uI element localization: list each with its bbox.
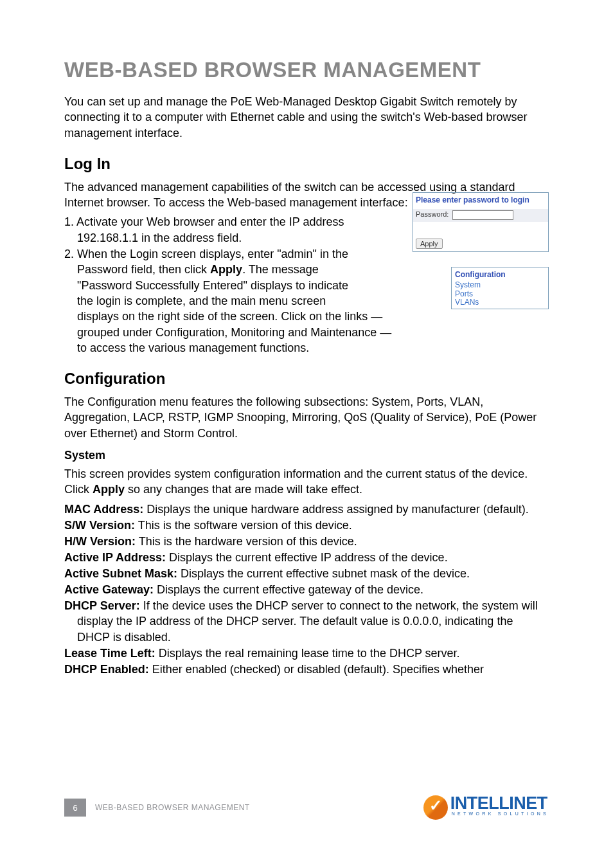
config-link-ports[interactable]: Ports <box>455 290 545 299</box>
step2-f: displays on the right side of the screen… <box>77 310 382 323</box>
config-menu-heading: Configuration <box>455 270 545 279</box>
apply-button[interactable]: Apply <box>416 239 443 249</box>
def-mac-address: MAC Address: Displays the unique hardwar… <box>64 502 549 517</box>
config-menu-screenshot: Configuration System Ports VLANs <box>451 267 549 309</box>
login-panel-title: Please enter password to login <box>413 193 548 209</box>
def-lease-time: Lease Time Left: Displays the real remai… <box>64 646 549 661</box>
def-dhcp-server: DHCP Server: If the device uses the DHCP… <box>64 598 549 644</box>
step2-g: grouped under Configuration, Monitoring … <box>77 326 391 339</box>
def-hw-version: H/W Version: This is the hardware versio… <box>64 534 549 549</box>
step2-c: . The message <box>242 263 319 276</box>
def-active-gateway: Active Gateway: Displays the current eff… <box>64 582 549 597</box>
password-field[interactable] <box>452 210 513 220</box>
config-link-system[interactable]: System <box>455 281 545 290</box>
login-heading: Log In <box>64 155 549 173</box>
logo-subtitle: NETWORK SOLUTIONS <box>450 811 549 816</box>
system-paragraph: This screen provides system configuratio… <box>64 466 549 498</box>
password-label: Password: <box>416 210 449 218</box>
login-screenshot: Please enter password to login Password:… <box>413 192 549 252</box>
footer: 6 WEB-BASED BROWSER MANAGEMENT INTELLINE… <box>64 795 549 820</box>
step2-b: Password field, then click <box>77 263 210 276</box>
def-sw-version: S/W Version: This is the software versio… <box>64 518 549 533</box>
def-active-subnet: Active Subnet Mask: Displays the current… <box>64 566 549 581</box>
def-active-ip: Active IP Address: Displays the current … <box>64 550 549 565</box>
system-subheading: System <box>64 449 549 462</box>
step1-a: 1. Activate your Web browser and enter t… <box>64 215 344 228</box>
footer-label: WEB-BASED BROWSER MANAGEMENT <box>95 803 250 812</box>
page-number: 6 <box>64 799 86 817</box>
step2-d: "Password Successfully Entered" displays… <box>77 279 348 292</box>
step2-a: 2. When the Login screen displays, enter… <box>64 248 348 260</box>
page-title: WEB-BASED BROWSER MANAGEMENT <box>64 58 549 82</box>
apply-word: Apply <box>210 263 242 276</box>
step2-e: the login is complete, and the main menu… <box>77 294 326 307</box>
config-link-vlans[interactable]: VLANs <box>455 298 545 307</box>
logo-checkmark-icon <box>423 795 448 820</box>
logo-text: INTELLINET <box>450 795 549 811</box>
intellinet-logo: INTELLINET NETWORK SOLUTIONS <box>423 795 549 820</box>
config-heading: Configuration <box>64 370 549 388</box>
step2-h: to access the various management functio… <box>77 341 309 354</box>
step1-b: 192.168.1.1 in the address field. <box>77 231 242 244</box>
config-paragraph: The Configuration menu features the foll… <box>64 394 549 441</box>
intro-paragraph: You can set up and manage the PoE Web-Ma… <box>64 94 549 141</box>
def-dhcp-enabled: DHCP Enabled: Either enabled (checked) o… <box>64 662 549 677</box>
